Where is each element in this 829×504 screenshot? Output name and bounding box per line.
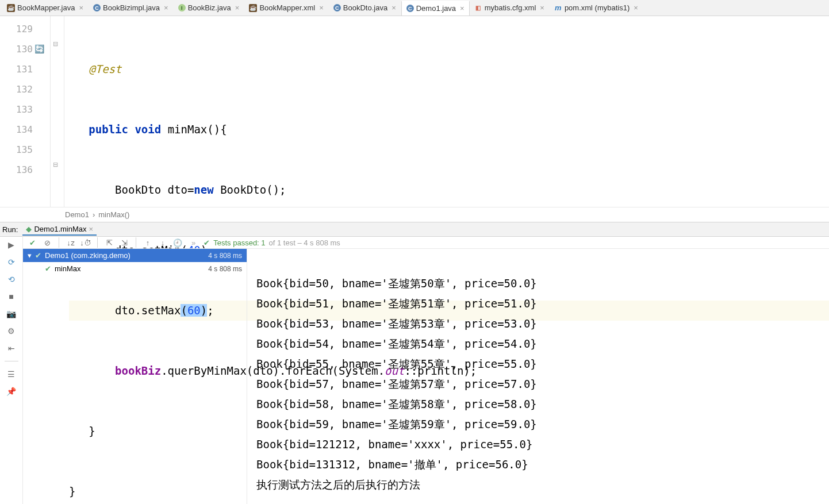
tab-bookmapper-xml[interactable]: ☕BookMapper.xml× bbox=[244, 1, 328, 16]
console-line: Book{bid=51, bname='圣墟第51章', price=51.0} bbox=[256, 297, 537, 310]
tab-pom[interactable]: mpom.xml (mybatis1)× bbox=[550, 1, 643, 16]
close-icon[interactable]: × bbox=[164, 3, 168, 12]
tab-label: BookBizimpl.java bbox=[103, 3, 160, 12]
tab-label: BookDto.java bbox=[343, 3, 387, 12]
tree-time: 4 s 808 ms bbox=[208, 252, 242, 260]
settings-icon[interactable]: ⚙ bbox=[7, 326, 16, 336]
console-line: Book{bid=54, bname='圣墟第54章', price=54.0} bbox=[256, 337, 537, 350]
next-icon[interactable]: ↓ bbox=[157, 237, 168, 248]
layout-icon[interactable]: ☰ bbox=[7, 370, 16, 379]
chevron-right-icon: › bbox=[93, 210, 95, 219]
close-icon[interactable]: × bbox=[235, 3, 240, 12]
tab-bookmapper-java[interactable]: ☕BookMapper.java× bbox=[2, 1, 89, 16]
sort-down-icon[interactable]: ↓ᴢ bbox=[65, 237, 76, 248]
code-text: new bbox=[194, 183, 213, 196]
line-number: 132 bbox=[0, 79, 33, 99]
show-passed-icon[interactable]: ✔ bbox=[26, 237, 38, 248]
separator bbox=[136, 237, 136, 248]
collapse-icon[interactable]: ⇲ bbox=[118, 237, 130, 248]
code-text: BookDto dto= bbox=[115, 183, 194, 196]
tab-mybatis-cfg[interactable]: ◧mybatis.cfg.xml× bbox=[470, 1, 550, 16]
run-config-tab[interactable]: ◆ Demo1.minMax × bbox=[22, 223, 97, 236]
console-line: Book{bid=121212, bname='xxxx', price=55.… bbox=[256, 438, 532, 451]
console-line: Book{bid=59, bname='圣墟第59章', price=59.0} bbox=[256, 418, 537, 430]
breadcrumb-item[interactable]: Demo1 bbox=[65, 210, 89, 219]
java-icon: ☕ bbox=[7, 4, 15, 12]
separator bbox=[97, 237, 98, 248]
run-content: ▾ ✔ Demo1 (com.zking.demo) 4 s 808 ms ✔ … bbox=[23, 249, 829, 504]
code-text: public bbox=[89, 123, 128, 136]
run-toolwindow-body: ▶ ⟳ ⟲ ■ 📷 ⚙ ⇤ ☰ 📌 ✔ ⊘ ↓ᴢ ↓⏱ ⇱ ⇲ ↑ ↓ 🕘 » … bbox=[0, 237, 829, 504]
prev-icon[interactable]: ↑ bbox=[142, 237, 153, 248]
tab-label: BookMapper.java bbox=[17, 3, 75, 12]
console-line: 执行测试方法之后的后执行的方法 bbox=[256, 478, 420, 491]
close-icon[interactable]: × bbox=[89, 225, 94, 233]
editor-tab-bar: ☕BookMapper.java× CBookBizimpl.java× IBo… bbox=[0, 0, 829, 16]
xml-icon: ☕ bbox=[249, 4, 257, 12]
tab-bookdto[interactable]: CBookDto.java× bbox=[329, 1, 401, 16]
code-text: void bbox=[135, 123, 161, 136]
tree-label: minMax bbox=[55, 264, 81, 273]
stop-icon[interactable]: ■ bbox=[7, 292, 16, 301]
breadcrumb-item[interactable]: minMax() bbox=[98, 210, 129, 219]
fold-icon[interactable]: ⊟ bbox=[53, 40, 58, 48]
run-tab-label: Demo1.minMax bbox=[34, 225, 86, 233]
close-icon[interactable]: × bbox=[319, 3, 324, 12]
console-output[interactable]: Book{bid=50, bname='圣墟第50章', price=50.0}… bbox=[247, 249, 829, 504]
tab-demo1[interactable]: CDemo1.java× bbox=[401, 1, 470, 16]
chevron-down-icon: ▾ bbox=[28, 251, 32, 260]
fold-icon[interactable]: ⊟ bbox=[53, 161, 58, 168]
tab-bookbizimpl[interactable]: CBookBizimpl.java× bbox=[89, 1, 174, 16]
tree-label: Demo1 (com.zking.demo) bbox=[45, 251, 131, 260]
run-icon[interactable]: ▶ bbox=[7, 240, 16, 249]
maven-icon: m bbox=[554, 4, 562, 12]
debug-icon[interactable]: ⟳ bbox=[7, 257, 16, 267]
check-icon: ✔ bbox=[45, 264, 51, 273]
exit-icon[interactable]: ⇤ bbox=[7, 344, 16, 353]
line-number: 131 bbox=[0, 59, 33, 79]
code-area[interactable]: @Test public void minMax(){ BookDto dto=… bbox=[64, 16, 829, 207]
console-line: Book{bid=55, bname='圣墟第55章', price=55.0} bbox=[256, 357, 537, 370]
pin-icon[interactable]: 📌 bbox=[7, 387, 16, 396]
close-icon[interactable]: × bbox=[540, 3, 544, 12]
tree-child[interactable]: ✔ minMax 4 s 808 ms bbox=[23, 262, 247, 275]
expand-icon[interactable]: ⇱ bbox=[103, 237, 115, 248]
run-gutter-icon[interactable]: 🔄 bbox=[34, 39, 44, 59]
console-line: Book{bid=58, bname='圣墟第58章', price=58.0} bbox=[256, 398, 537, 410]
code-editor[interactable]: 129 130 131 132 133 134 135 136 🔄 ⊟ ⊟ @T… bbox=[0, 16, 829, 207]
tab-label: pom.xml (mybatis1) bbox=[565, 3, 630, 12]
class-icon: C bbox=[406, 5, 414, 12]
sort-duration-icon[interactable]: ↓⏱ bbox=[80, 237, 91, 248]
separator bbox=[59, 237, 59, 248]
fold-column: ⊟ ⊟ bbox=[51, 16, 64, 207]
separator: » bbox=[191, 238, 195, 247]
rerun-failed-icon[interactable]: ⟲ bbox=[7, 275, 16, 284]
history-icon[interactable]: 🕘 bbox=[172, 237, 183, 248]
show-ignored-icon[interactable]: ⊘ bbox=[41, 237, 53, 248]
tree-root[interactable]: ▾ ✔ Demo1 (com.zking.demo) 4 s 808 ms bbox=[23, 249, 247, 262]
close-icon[interactable]: × bbox=[460, 4, 465, 13]
line-number: 130 bbox=[0, 39, 33, 59]
close-icon[interactable]: × bbox=[392, 3, 396, 12]
code-text: minMax(){ bbox=[161, 123, 227, 136]
line-gutter: 129 130 131 132 133 134 135 136 🔄 bbox=[0, 16, 51, 207]
line-number: 133 bbox=[0, 99, 33, 120]
test-tree[interactable]: ▾ ✔ Demo1 (com.zking.demo) 4 s 808 ms ✔ … bbox=[23, 249, 247, 504]
interface-icon: I bbox=[178, 4, 186, 11]
close-icon[interactable]: × bbox=[79, 3, 83, 12]
run-label: Run: bbox=[2, 225, 18, 234]
dump-icon[interactable]: 📷 bbox=[7, 309, 16, 318]
class-icon: C bbox=[333, 4, 341, 11]
tab-bookbiz[interactable]: IBookBiz.java× bbox=[174, 1, 245, 16]
test-toolbar: ✔ ⊘ ↓ᴢ ↓⏱ ⇱ ⇲ ↑ ↓ 🕘 » ✔ Tests passed: 1 … bbox=[23, 237, 829, 249]
test-icon: ◆ bbox=[26, 225, 32, 233]
line-number: 136 bbox=[0, 160, 33, 180]
tab-label: Demo1.java bbox=[416, 4, 456, 13]
console-line: Book{bid=57, bname='圣墟第57章', price=57.0} bbox=[256, 378, 537, 390]
console-line: Book{bid=53, bname='圣墟第53章', price=53.0} bbox=[256, 317, 537, 330]
check-icon: ✔ bbox=[35, 251, 41, 260]
tests-summary: of 1 test – 4 s 808 ms bbox=[269, 238, 340, 247]
line-number: 129 bbox=[0, 19, 33, 39]
close-icon[interactable]: × bbox=[634, 3, 638, 12]
tab-label: mybatis.cfg.xml bbox=[485, 3, 536, 12]
